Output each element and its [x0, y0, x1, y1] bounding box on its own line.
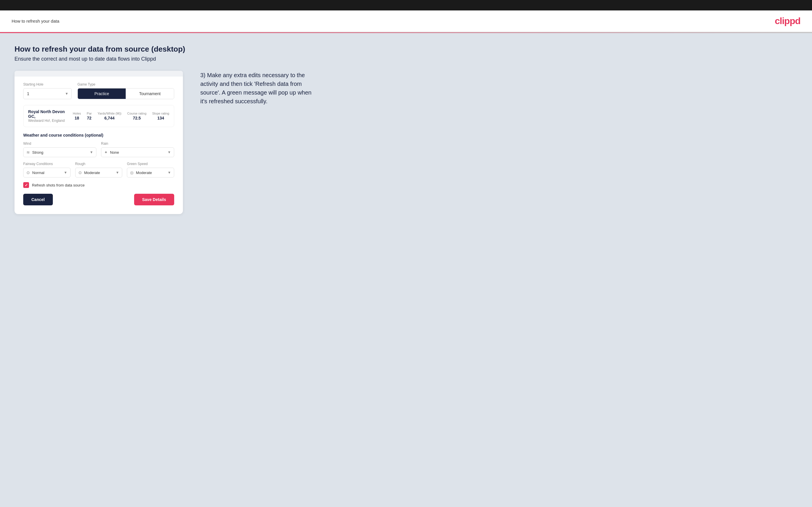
- fairway-field: Fairway Conditions ⊙ Normal Soft Firm Ve…: [23, 162, 70, 177]
- fairway-chevron-icon: ▼: [64, 171, 67, 175]
- top-bar: [0, 0, 812, 10]
- slope-rating-value: 134: [152, 116, 169, 120]
- cancel-button[interactable]: Cancel: [23, 194, 53, 205]
- refresh-checkbox-row: ✓ Refresh shots from data source: [23, 182, 174, 188]
- form-card-top: [14, 71, 183, 76]
- main-content: How to refresh your data from source (de…: [0, 33, 812, 507]
- action-row: Cancel Save Details: [23, 194, 174, 205]
- course-stats: Holes 18 Par 72 Yards/White (M)) 6,744 C…: [73, 112, 169, 120]
- slope-rating-stat: Slope rating 134: [152, 112, 169, 120]
- starting-hole-label: Starting Hole: [23, 82, 72, 87]
- rough-chevron-icon: ▼: [115, 171, 119, 175]
- course-name: Royal North Devon GC,: [28, 109, 67, 119]
- game-type-label: Game Type: [78, 82, 174, 87]
- save-button[interactable]: Save Details: [134, 194, 174, 205]
- green-speed-icon: ◎: [130, 170, 134, 175]
- side-text-content: 3) Make any extra edits necessary to the…: [200, 71, 316, 106]
- starting-hole-select-wrapper[interactable]: 1 10 ▼: [23, 88, 72, 99]
- rain-chevron-icon: ▼: [167, 150, 171, 154]
- rain-field: Rain ✦ None Light Heavy ▼: [101, 142, 174, 157]
- wind-icon: ≋: [27, 150, 30, 155]
- wind-chevron-icon: ▼: [90, 150, 93, 154]
- checkmark-icon: ✓: [25, 183, 28, 187]
- rough-field: Rough ⊙ Moderate Light Heavy ▼: [75, 162, 122, 177]
- rough-label: Rough: [75, 162, 122, 166]
- fairway-label: Fairway Conditions: [23, 162, 70, 166]
- header: How to refresh your data clippd: [0, 10, 812, 32]
- yards-stat: Yards/White (M)) 6,744: [98, 112, 121, 120]
- starting-hole-select[interactable]: 1 10: [23, 89, 71, 99]
- green-speed-field: Green Speed ◎ Moderate Slow Fast ▼: [127, 162, 174, 177]
- starting-hole-group: Starting Hole 1 10 ▼: [23, 82, 72, 99]
- yards-label: Yards/White (M)): [98, 112, 121, 115]
- page-heading: How to refresh your data from source (de…: [14, 45, 798, 54]
- course-rating-stat: Course rating 72.5: [127, 112, 146, 120]
- par-value: 72: [87, 116, 92, 120]
- course-rating-value: 72.5: [127, 116, 146, 120]
- logo: clippd: [775, 16, 800, 26]
- refresh-checkbox-label: Refresh shots from data source: [32, 183, 85, 187]
- game-type-buttons: Practice Tournament: [78, 88, 174, 99]
- rain-select[interactable]: None Light Heavy: [110, 150, 166, 155]
- rain-label: Rain: [101, 142, 174, 146]
- content-area: Starting Hole 1 10 ▼ Game Type Practice …: [14, 71, 798, 214]
- page-subheading: Ensure the correct and most up to date d…: [14, 56, 798, 62]
- starting-hole-game-row: Starting Hole 1 10 ▼ Game Type Practice …: [23, 82, 174, 99]
- fairway-select[interactable]: Normal Soft Firm Very Firm: [32, 171, 62, 175]
- rain-icon: ✦: [104, 150, 108, 155]
- tournament-button[interactable]: Tournament: [126, 89, 174, 99]
- wind-field: Wind ≋ Strong None Light Moderate ▼: [23, 142, 96, 157]
- refresh-checkbox[interactable]: ✓: [23, 182, 29, 188]
- holes-stat: Holes 18: [73, 112, 81, 120]
- yards-value: 6,744: [98, 116, 121, 120]
- course-rating-label: Course rating: [127, 112, 146, 115]
- slope-rating-label: Slope rating: [152, 112, 169, 115]
- wind-select[interactable]: Strong None Light Moderate: [32, 150, 88, 155]
- form-card: Starting Hole 1 10 ▼ Game Type Practice …: [14, 71, 183, 214]
- game-type-group: Game Type Practice Tournament: [78, 82, 174, 99]
- wind-label: Wind: [23, 142, 96, 146]
- par-stat: Par 72: [87, 112, 92, 120]
- rough-select[interactable]: Moderate Light Heavy: [84, 171, 114, 175]
- course-info-row: Royal North Devon GC, Westward Ho!, Engl…: [23, 105, 174, 127]
- fairway-select-wrapper[interactable]: ⊙ Normal Soft Firm Very Firm ▼: [23, 168, 70, 177]
- wind-rain-row: Wind ≋ Strong None Light Moderate ▼ Rain: [23, 142, 174, 157]
- practice-button[interactable]: Practice: [78, 89, 126, 99]
- rain-select-wrapper[interactable]: ✦ None Light Heavy ▼: [101, 147, 174, 157]
- course-name-block: Royal North Devon GC, Westward Ho!, Engl…: [28, 109, 67, 123]
- holes-label: Holes: [73, 112, 81, 115]
- green-speed-select[interactable]: Moderate Slow Fast: [136, 171, 166, 175]
- holes-value: 18: [73, 116, 81, 120]
- conditions-heading: Weather and course conditions (optional): [23, 133, 174, 137]
- green-speed-chevron-icon: ▼: [167, 171, 171, 175]
- fairway-rough-green-row: Fairway Conditions ⊙ Normal Soft Firm Ve…: [23, 162, 174, 177]
- rough-select-wrapper[interactable]: ⊙ Moderate Light Heavy ▼: [75, 168, 122, 177]
- green-speed-label: Green Speed: [127, 162, 174, 166]
- side-text: 3) Make any extra edits necessary to the…: [200, 71, 316, 106]
- course-location: Westward Ho!, England: [28, 119, 67, 123]
- green-speed-select-wrapper[interactable]: ◎ Moderate Slow Fast ▼: [127, 168, 174, 177]
- header-title: How to refresh your data: [12, 18, 59, 23]
- fairway-icon: ⊙: [27, 170, 30, 175]
- rough-icon: ⊙: [79, 170, 82, 175]
- wind-select-wrapper[interactable]: ≋ Strong None Light Moderate ▼: [23, 147, 96, 157]
- par-label: Par: [87, 112, 92, 115]
